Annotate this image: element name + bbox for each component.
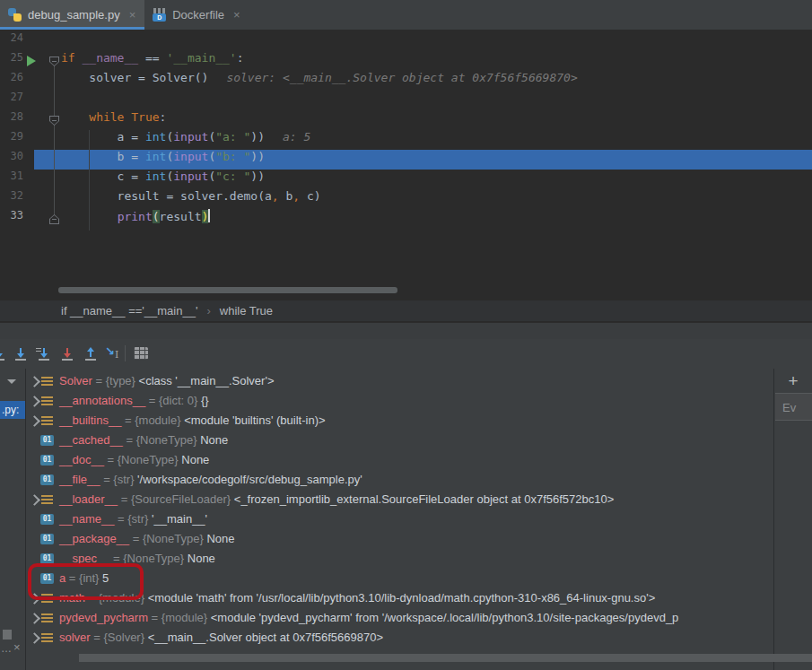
line-number: 31 bbox=[4, 170, 23, 189]
variable-value: {} bbox=[201, 394, 209, 407]
variable-name: solver bbox=[59, 631, 91, 644]
variable-value: <class '__main__.Solver'> bbox=[139, 374, 275, 387]
fold-dash bbox=[52, 219, 57, 220]
evaluate-expression-field[interactable]: Ev bbox=[775, 393, 812, 421]
code-line[interactable]: print(result) bbox=[61, 209, 812, 229]
variable-row[interactable]: 01__cached__ = {NoneType} None bbox=[25, 431, 812, 450]
fold-guide-line bbox=[54, 62, 55, 216]
fold-dash bbox=[52, 120, 57, 121]
code-token: True bbox=[131, 110, 159, 124]
text-caret bbox=[208, 209, 210, 222]
line-number: 27 bbox=[4, 91, 23, 110]
code-token: input bbox=[173, 170, 208, 183]
fold-collapse-icon[interactable] bbox=[49, 116, 59, 126]
chevron-right-icon[interactable] bbox=[29, 494, 40, 506]
variable-value: None bbox=[188, 552, 215, 565]
code-token: input bbox=[173, 150, 208, 163]
code-token: __name__ bbox=[82, 51, 138, 65]
code-editor[interactable]: 2425if __name__ == '__main__':26 solver … bbox=[0, 30, 812, 300]
variable-row[interactable]: __annotations__ = {dict: 0} {} bbox=[25, 391, 812, 411]
code-token: c) bbox=[300, 189, 320, 203]
code-line[interactable] bbox=[61, 31, 812, 51]
object-icon bbox=[41, 377, 53, 386]
variable-row[interactable]: 01__file__ = {str} '/workspace/codegolf/… bbox=[25, 470, 812, 490]
fold-end-icon[interactable] bbox=[49, 214, 59, 224]
variable-type: = {NoneType} bbox=[123, 433, 200, 447]
code-token: solver = Solver() bbox=[61, 71, 208, 84]
variable-value: <module 'pydevd_pycharm' from '/workspac… bbox=[211, 611, 679, 624]
code-token: ) bbox=[202, 210, 209, 223]
variables-panel: .py: … × Solver = {type} <class '__main_… bbox=[0, 369, 812, 670]
variable-value: None bbox=[200, 433, 228, 447]
object-icon bbox=[41, 396, 53, 405]
variable-type: = {Solver} bbox=[91, 631, 148, 644]
code-line[interactable]: c = int(input("c: ")) bbox=[61, 170, 812, 189]
code-line[interactable]: while True: bbox=[61, 110, 812, 130]
variable-row[interactable]: 01__package__ = {NoneType} None bbox=[25, 529, 812, 549]
frames-scroll-thumb[interactable] bbox=[3, 630, 12, 640]
variable-row[interactable]: 01__name__ = {str} '__main__' bbox=[25, 509, 812, 529]
variable-row[interactable]: __builtins__ = {module} <module 'builtin… bbox=[25, 411, 812, 431]
chevron-right-icon[interactable] bbox=[29, 632, 40, 644]
variable-row[interactable]: 01__spec__ = {NoneType} None bbox=[25, 549, 812, 569]
close-icon[interactable]: × bbox=[233, 8, 240, 22]
variable-row[interactable]: Solver = {type} <class '__main__.Solver'… bbox=[25, 371, 812, 391]
add-watch-button[interactable]: + bbox=[782, 370, 804, 392]
selected-frame-item[interactable]: .py: bbox=[0, 401, 25, 419]
code-line[interactable]: if __name__ == '__main__': bbox=[61, 51, 812, 71]
code-token: c = bbox=[61, 170, 145, 183]
variables-horizontal-scrollbar[interactable] bbox=[79, 654, 812, 662]
code-line[interactable]: result = solver.demo(a, b, c) bbox=[61, 189, 812, 209]
editor-horizontal-scrollbar[interactable] bbox=[58, 287, 397, 293]
code-line[interactable]: a = int(input("a: "))a: 5 bbox=[61, 130, 812, 150]
step-over-partial-icon[interactable] bbox=[0, 346, 7, 361]
variable-type: = {NoneType} bbox=[104, 453, 181, 466]
variable-row[interactable]: solver = {Solver} <__main__.Solver objec… bbox=[25, 628, 812, 648]
variable-row[interactable]: 01__doc__ = {NoneType} None bbox=[25, 450, 812, 470]
watches-divider bbox=[773, 369, 774, 670]
frames-strip: .py: … × bbox=[0, 369, 26, 670]
object-icon bbox=[41, 495, 53, 504]
line-number: 24 bbox=[4, 31, 23, 51]
variable-name: __annotations__ bbox=[59, 394, 145, 407]
breadcrumb-item[interactable]: while True bbox=[220, 304, 273, 318]
variable-value: <__main__.Solver object at 0x7f56f566987… bbox=[148, 631, 383, 644]
variable-type: = {module} bbox=[121, 413, 184, 427]
docker-icon: D bbox=[153, 8, 166, 22]
object-icon bbox=[41, 633, 53, 642]
breadcrumb-item[interactable]: if __name__ =='__main__' bbox=[61, 304, 197, 318]
variable-row[interactable]: pydevd_pycharm = {module} <module 'pydev… bbox=[25, 608, 812, 628]
code-line[interactable] bbox=[61, 91, 812, 110]
variable-name: __file__ bbox=[59, 473, 100, 486]
thread-combo-arrow-icon[interactable] bbox=[7, 379, 16, 384]
run-to-cursor-icon[interactable] bbox=[105, 346, 121, 361]
variable-type: = {NoneType} bbox=[129, 532, 206, 545]
editor-tab-dockerfile[interactable]: DDockerfile× bbox=[144, 0, 249, 30]
smart-step-into-icon[interactable] bbox=[36, 346, 52, 361]
code-token: )) bbox=[250, 150, 265, 163]
close-icon[interactable]: × bbox=[129, 8, 136, 22]
run-gutter-icon[interactable] bbox=[27, 56, 36, 66]
editor-tab-debug-sample[interactable]: debug_sample.py× bbox=[0, 0, 144, 30]
variable-row[interactable]: __loader__ = {SourceFileLoader} <_frozen… bbox=[25, 490, 812, 509]
primitive-icon: 01 bbox=[40, 514, 54, 525]
evaluate-expression-icon[interactable] bbox=[134, 347, 148, 360]
chevron-right-icon[interactable] bbox=[29, 415, 40, 427]
code-line[interactable]: solver = Solver()solver: <__main__.Solve… bbox=[61, 71, 812, 91]
object-icon bbox=[41, 416, 53, 425]
variable-type: = {dict: 0} bbox=[145, 394, 201, 407]
step-into-icon[interactable] bbox=[13, 346, 29, 361]
annotation-red-box bbox=[28, 563, 144, 600]
fold-collapse-icon[interactable] bbox=[49, 57, 59, 66]
step-out-icon[interactable] bbox=[83, 346, 99, 361]
code-token: print bbox=[118, 210, 153, 223]
code-line[interactable]: b = int(input("b: ")) bbox=[61, 150, 812, 170]
force-step-into-icon[interactable] bbox=[59, 346, 75, 361]
variable-type: = {type} bbox=[92, 374, 139, 387]
variable-name: __doc__ bbox=[59, 453, 104, 466]
chevron-right-icon[interactable] bbox=[29, 376, 40, 387]
frames-close-icon[interactable]: × bbox=[13, 640, 21, 654]
chevron-right-icon[interactable] bbox=[29, 396, 40, 407]
code-token: '__main__' bbox=[166, 51, 236, 65]
chevron-right-icon[interactable] bbox=[29, 613, 40, 624]
